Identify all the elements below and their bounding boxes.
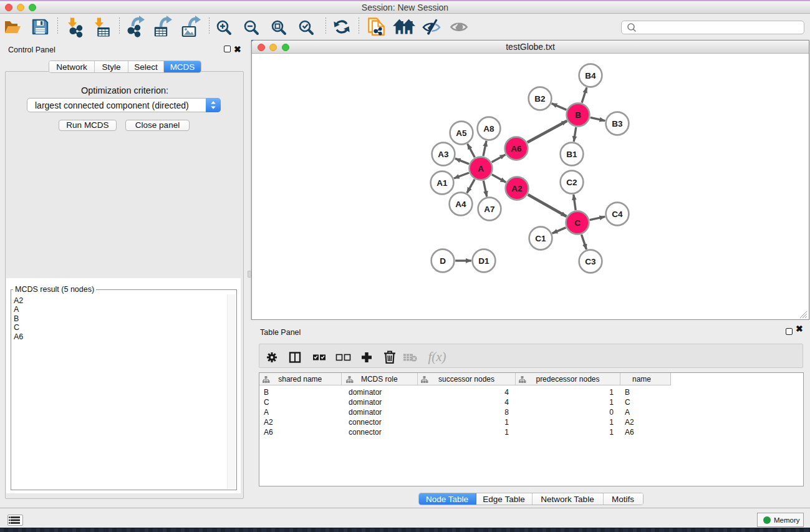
svg-text:A7: A7 [484, 205, 494, 214]
svg-text:A: A [478, 164, 484, 173]
svg-text:D1: D1 [478, 256, 489, 266]
svg-text:A8: A8 [483, 124, 494, 133]
svg-text:C: C [574, 218, 581, 228]
svg-text:A1: A1 [436, 178, 448, 188]
svg-text:B1: B1 [566, 150, 577, 159]
svg-text:D: D [440, 256, 446, 266]
svg-text:B4: B4 [585, 71, 596, 80]
svg-text:C2: C2 [566, 178, 577, 187]
svg-text:A4: A4 [455, 200, 466, 209]
svg-text:A3: A3 [438, 150, 449, 159]
svg-text:f(x): f(x) [428, 349, 446, 364]
svg-text:B2: B2 [534, 94, 545, 104]
svg-text:B: B [575, 110, 581, 120]
svg-text:A5: A5 [456, 128, 467, 138]
svg-text:C1: C1 [535, 234, 546, 243]
svg-text:A2: A2 [511, 184, 522, 193]
svg-text:B3: B3 [612, 119, 623, 128]
svg-text:C4: C4 [612, 210, 623, 219]
svg-text:C3: C3 [585, 257, 596, 266]
svg-text:A6: A6 [511, 144, 522, 153]
